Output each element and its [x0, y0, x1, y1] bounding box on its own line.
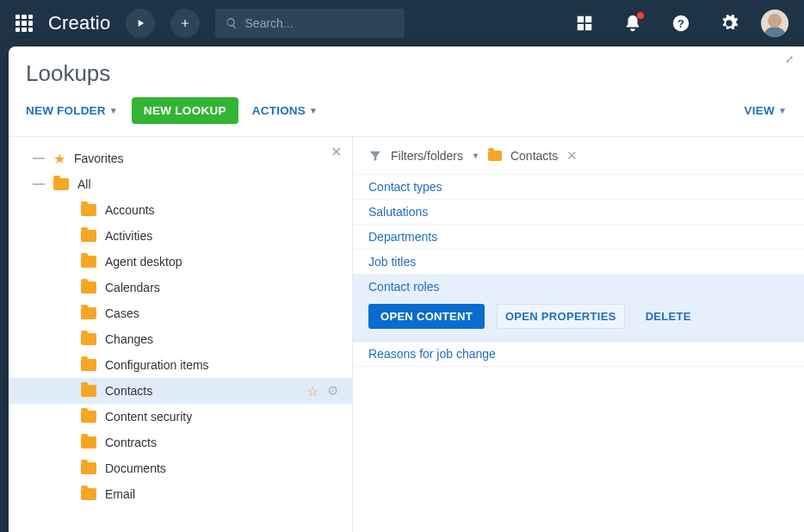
svg-text:?: ?: [677, 17, 684, 30]
play-button[interactable]: [126, 9, 155, 38]
notifications-icon[interactable]: [623, 14, 642, 33]
help-icon[interactable]: ?: [671, 14, 690, 33]
svg-rect-2: [578, 24, 584, 30]
plus-icon: [179, 17, 191, 29]
apps-launcher-icon[interactable]: [15, 15, 33, 32]
svg-rect-3: [585, 24, 591, 30]
notification-dot: [637, 12, 644, 19]
settings-icon[interactable]: [720, 14, 739, 33]
global-search[interactable]: [215, 9, 405, 38]
search-input[interactable]: [245, 16, 395, 30]
svg-rect-1: [585, 16, 591, 22]
add-button[interactable]: [170, 9, 200, 38]
search-icon: [226, 16, 238, 30]
play-icon: [134, 17, 146, 29]
top-bar: Creatio ?: [0, 0, 804, 46]
marketplace-icon[interactable]: [575, 14, 594, 33]
svg-rect-0: [578, 16, 584, 22]
user-avatar[interactable]: [761, 9, 789, 37]
logo[interactable]: Creatio: [48, 12, 110, 34]
